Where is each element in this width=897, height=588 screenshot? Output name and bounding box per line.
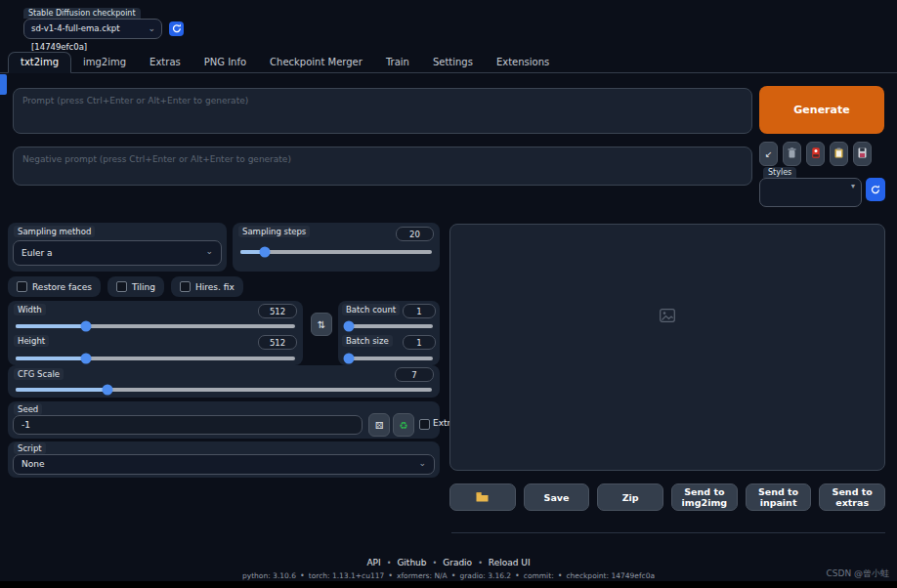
script-value: None <box>21 459 44 469</box>
script-panel: Script None ⌄ <box>8 441 440 478</box>
styles-refresh-button[interactable] <box>866 178 885 201</box>
image-placeholder-icon <box>660 308 675 326</box>
checkpoint-dropdown[interactable]: sd-v1-4-full-ema.ckpt [14749efc0a] ⌄ <box>23 19 162 39</box>
batch-count-number[interactable] <box>403 304 436 318</box>
main-tab-bar: txt2img img2img Extras PNG Info Checkpoi… <box>0 51 897 73</box>
recycle-icon: ♻ <box>400 420 408 431</box>
footer-python-version: python: 3.10.6 <box>242 571 296 580</box>
tab-train[interactable]: Train <box>374 53 421 72</box>
send-to-inpaint-button[interactable]: Send to inpaint <box>746 483 812 511</box>
sampling-method-value: Euler a <box>21 248 53 258</box>
tab-img2img[interactable]: img2img <box>71 53 138 72</box>
sampling-method-dropdown[interactable]: Euler a ⌄ <box>13 240 222 266</box>
hires-fix-checkbox[interactable] <box>180 281 191 292</box>
batch-size-label: Batch size <box>342 335 393 347</box>
clear-prompt-button[interactable] <box>783 142 801 166</box>
swap-arrows-icon: ⇅ <box>318 319 325 330</box>
restore-faces-label: Restore faces <box>32 282 92 292</box>
swap-dimensions-button[interactable]: ⇅ <box>311 313 332 336</box>
batch-panel: Batch count Batch size <box>338 301 440 365</box>
tab-png-info[interactable]: PNG Info <box>192 53 258 72</box>
reuse-seed-button[interactable]: ♻ <box>393 413 414 437</box>
prompt-input[interactable] <box>13 88 752 134</box>
checkpoint-refresh-button[interactable] <box>169 21 184 36</box>
footer-link[interactable]: Github <box>397 558 426 567</box>
footer-checkpoint-hash: checkpoint: 14749efc0a <box>566 571 655 580</box>
save-button[interactable]: Save <box>524 483 590 511</box>
quick-actions-row: ↙ <box>759 142 872 166</box>
trash-icon <box>788 147 796 160</box>
footer-commit: commit: <box>524 571 554 580</box>
script-dropdown[interactable]: None ⌄ <box>13 454 435 475</box>
height-number[interactable] <box>258 335 297 350</box>
sampling-method-panel: Sampling method Euler a ⌄ <box>8 223 227 272</box>
save-style-button[interactable] <box>853 142 872 166</box>
negative-prompt-input[interactable] <box>13 147 752 186</box>
arrow-down-left-icon: ↙ <box>765 149 773 159</box>
seed-input[interactable] <box>13 415 363 435</box>
bullet-separator: • <box>515 571 520 580</box>
tab-extras[interactable]: Extras <box>138 53 192 72</box>
hires-fix-label: Hires. fix <box>195 282 235 292</box>
tiling-toggle[interactable]: Tiling <box>107 276 164 297</box>
width-slider[interactable] <box>16 324 295 328</box>
footer-gradio-version: gradio: 3.16.2 <box>459 571 511 580</box>
batch-size-slider[interactable] <box>345 357 433 360</box>
hires-fix-toggle[interactable]: Hires. fix <box>171 276 243 297</box>
sampling-steps-number[interactable] <box>396 227 434 241</box>
random-seed-button[interactable]: ⚄ <box>368 413 390 437</box>
apply-styles-button[interactable] <box>830 142 848 166</box>
tab-checkpoint-merger[interactable]: Checkpoint Merger <box>258 53 374 72</box>
cfg-scale-number[interactable] <box>395 367 434 382</box>
footer-links: API•Github•Gradio•Reload UI <box>0 558 897 567</box>
send-to-extras-button[interactable]: Send to extras <box>819 483 885 511</box>
chevron-down-icon: ⌄ <box>148 20 155 38</box>
checkpoint-value: sd-v1-4-full-ema.ckpt [14749efc0a] <box>31 23 120 52</box>
footer-link[interactable]: API <box>366 558 380 567</box>
bottom-bar <box>0 581 897 588</box>
footer-torch-version: torch: 1.13.1+cu117 <box>309 571 385 580</box>
cfg-scale-label: CFG Scale <box>14 368 64 380</box>
checkpoint-label: Stable Diffusion checkpoint <box>23 8 141 19</box>
batch-size-number[interactable] <box>403 335 436 350</box>
generate-button[interactable]: Generate <box>759 86 884 134</box>
zip-button[interactable]: Zip <box>597 483 663 511</box>
footer: API•Github•Gradio•Reload UI python: 3.10… <box>0 558 897 580</box>
caret-down-icon: ▾ <box>851 182 855 190</box>
restore-faces-toggle[interactable]: Restore faces <box>8 276 101 297</box>
styles-dropdown[interactable]: ▾ <box>759 178 862 207</box>
extra-networks-button[interactable] <box>806 142 825 166</box>
output-gallery[interactable] <box>449 224 885 471</box>
clipboard-icon <box>834 147 843 160</box>
seed-extra-checkbox[interactable] <box>419 419 430 430</box>
open-folder-button[interactable] <box>449 483 516 511</box>
height-slider[interactable] <box>16 357 295 360</box>
footer-link[interactable]: Gradio <box>443 558 472 567</box>
stable-diffusion-webui: Stable Diffusion checkpoint sd-v1-4-full… <box>0 0 897 588</box>
width-number[interactable] <box>258 304 297 318</box>
bullet-separator: • <box>388 571 393 580</box>
seed-label: Seed <box>14 403 42 415</box>
tiling-label: Tiling <box>132 282 155 292</box>
send-to-img2img-button[interactable]: Send to img2img <box>671 483 738 511</box>
tiling-checkbox[interactable] <box>116 281 127 292</box>
read-generation-params-button[interactable]: ↙ <box>759 142 778 166</box>
card-icon <box>812 147 820 160</box>
output-divider <box>451 532 885 533</box>
csdn-watermark: CSDN @曾小蛙 <box>826 567 889 580</box>
footer-version-info: python: 3.10.6•torch: 1.13.1+cu117•xform… <box>0 571 897 580</box>
bullet-separator: • <box>387 559 392 567</box>
bullet-separator: • <box>558 571 563 580</box>
folder-icon <box>476 491 489 504</box>
restore-faces-checkbox[interactable] <box>17 281 27 292</box>
cfg-scale-slider[interactable] <box>16 388 432 392</box>
footer-link[interactable]: Reload UI <box>489 558 531 567</box>
sampling-steps-slider[interactable] <box>240 250 432 254</box>
tab-settings[interactable]: Settings <box>421 53 485 72</box>
batch-count-slider[interactable] <box>345 324 433 328</box>
tab-txt2img[interactable]: txt2img <box>8 52 71 73</box>
tab-extensions[interactable]: Extensions <box>485 53 561 72</box>
refresh-icon <box>172 21 182 36</box>
script-label: Script <box>14 442 46 454</box>
sampling-method-label: Sampling method <box>14 226 95 237</box>
